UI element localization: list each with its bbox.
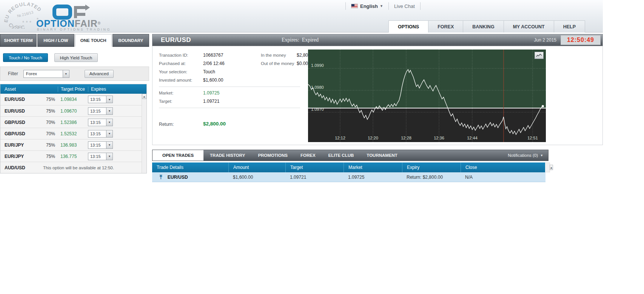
- scroll-up-icon[interactable]: ▲: [142, 94, 146, 99]
- touch-up-icon: ⤒: [160, 174, 162, 181]
- tab-open-trades[interactable]: OPEN TRADES: [153, 150, 203, 161]
- utility-bar: English ▼ Live Chat: [345, 2, 421, 11]
- option-type-tabs: SHORT TERM HIGH / LOW ONE TOUCH BOUNDARY: [0, 34, 149, 47]
- open-trades-table: Trade Details Amount Target Market Expir…: [152, 162, 545, 182]
- clock-box: 12:50:49: [561, 35, 601, 45]
- chevron-down-icon: ▼: [540, 154, 543, 157]
- svg-text:12:20: 12:20: [368, 136, 378, 140]
- tab-boundary[interactable]: BOUNDARY: [112, 34, 149, 47]
- tab-tournament[interactable]: TOURNAMENT: [360, 150, 404, 161]
- divider: [159, 108, 300, 108]
- scroll-up-icon[interactable]: ▲: [550, 165, 553, 170]
- tab-trade-history[interactable]: TRADE HISTORY: [203, 150, 251, 161]
- language-selector[interactable]: English ▼: [345, 2, 389, 10]
- open-trade-row[interactable]: ⤒EUR/USD $1,600.00 1.09721 1.09725 Retur…: [152, 172, 545, 182]
- top-header: EU REGULATED № 216/13 CySEC ★ ★ ★ ★ OPTI…: [0, 0, 603, 32]
- nav-tab-forex[interactable]: FOREX: [428, 20, 463, 32]
- nav-tab-my-account[interactable]: MY ACCOUNT: [504, 20, 554, 32]
- server-clock: 12:50:49: [567, 37, 594, 43]
- pair-title: EUR/USD: [161, 36, 191, 44]
- filter-select[interactable]: Forex ▼: [23, 70, 69, 78]
- tab-elite-club[interactable]: ELITE CLUB: [322, 150, 361, 161]
- svg-text:1.0970: 1.0970: [311, 107, 324, 111]
- price-chart-canvas: 12:1212:2012:2812:3612:4412:511.09901.09…: [308, 50, 546, 142]
- chevron-down-icon[interactable]: ▼: [106, 130, 112, 137]
- asset-row[interactable]: GBP/USD 70% 1.52532 13:15▼: [0, 128, 146, 139]
- svg-text:12:12: 12:12: [335, 136, 345, 140]
- asset-row[interactable]: EUR/USD 75% 1.09670 13:15▼: [0, 105, 146, 116]
- expiry-select[interactable]: 13:15▼: [88, 153, 113, 160]
- svg-text:№ 216/13: № 216/13: [17, 10, 34, 18]
- price-chart: 12:1212:2012:2812:3612:4412:511.09901.09…: [308, 50, 546, 142]
- chevron-down-icon[interactable]: ▼: [63, 70, 69, 77]
- line-chart-icon: [536, 53, 542, 57]
- tab-short-term[interactable]: SHORT TERM: [0, 34, 37, 47]
- tab-promotions[interactable]: PROMOTIONS: [251, 150, 294, 161]
- asset-row[interactable]: EUR/USD 75% 1.09834 13:15▼: [0, 94, 146, 105]
- svg-text:12:44: 12:44: [467, 136, 478, 140]
- svg-text:12:36: 12:36: [434, 136, 444, 140]
- trading-sidebar: SHORT TERM HIGH / LOW ONE TOUCH BOUNDARY…: [0, 34, 149, 173]
- svg-text:12:51: 12:51: [527, 136, 538, 140]
- nav-tab-banking[interactable]: BANKING: [463, 20, 504, 32]
- optionfair-logo: EU REGULATED № 216/13 CySEC ★ ★ ★ ★ OPTI…: [2, 1, 116, 32]
- trade-title-bar: EUR/USD Expires: Expired Jun 2 2015 12:5…: [152, 34, 603, 46]
- trade-detail-panel: Transaction ID: 10663767 In the money $2…: [152, 46, 603, 145]
- touch-no-touch-button[interactable]: Touch / No Touch: [3, 53, 48, 62]
- chevron-down-icon[interactable]: ▼: [106, 96, 112, 103]
- optionfair-app: EU REGULATED № 216/13 CySEC ★ ★ ★ ★ OPTI…: [0, 0, 644, 294]
- us-flag-icon: [351, 4, 358, 8]
- asset-table-body: EUR/USD 75% 1.09834 13:15▼ EUR/USD 75% 1…: [0, 94, 146, 173]
- expiry-select[interactable]: 13:15▼: [88, 107, 113, 115]
- chevron-down-icon: ▼: [380, 4, 383, 8]
- advanced-button[interactable]: Advanced: [85, 70, 114, 78]
- brand-tagline: BINARY OPTIONS TRADING: [37, 28, 111, 31]
- asset-row[interactable]: GBP/USD 70% 1.52386 13:15▼: [0, 116, 146, 128]
- svg-text:12:28: 12:28: [401, 136, 411, 140]
- bottom-tab-bar: OPEN TRADES TRADE HISTORY PROMOTIONS FOR…: [152, 150, 548, 161]
- svg-text:1.0990: 1.0990: [311, 63, 324, 68]
- chevron-down-icon[interactable]: ▼: [106, 119, 112, 126]
- nav-tab-help[interactable]: HELP: [554, 20, 585, 32]
- asset-row-unavailable: AUD/USD This option will be available at…: [0, 162, 146, 173]
- chevron-down-icon[interactable]: ▼: [106, 142, 112, 149]
- filter-panel: Filter Forex ▼ Advanced: [0, 67, 149, 81]
- notifications-dropdown[interactable]: Notifications (0) ▼: [508, 150, 548, 161]
- asset-row[interactable]: EUR/JPY 75% 136.983 13:15▼: [0, 139, 146, 150]
- expiry-select[interactable]: 13:15▼: [88, 96, 113, 103]
- svg-text:★ ★ ★: ★ ★ ★: [22, 20, 32, 23]
- expiry-select[interactable]: 13:15▼: [88, 119, 113, 126]
- tab-one-touch[interactable]: ONE TOUCH: [75, 34, 112, 47]
- asset-table: Asset Target Price Expires EUR/USD 75% 1…: [0, 84, 147, 173]
- live-chat-link[interactable]: Live Chat: [389, 2, 421, 10]
- nav-tab-options[interactable]: OPTIONS: [388, 20, 428, 32]
- trades-scrollbar[interactable]: ▲: [545, 162, 550, 172]
- divider: [159, 87, 300, 87]
- expiry-select[interactable]: 13:15▼: [88, 141, 113, 149]
- asset-table-header: Asset Target Price Expires: [0, 84, 146, 94]
- asset-table-scrollbar[interactable]: ▲: [142, 94, 146, 173]
- main-nav: OPTIONS FOREX BANKING MY ACCOUNT HELP: [388, 20, 585, 32]
- expires-status: Expires: Expired: [282, 37, 319, 43]
- expiry-select[interactable]: 13:15▼: [88, 130, 113, 138]
- chart-type-button[interactable]: [535, 52, 544, 59]
- high-yield-touch-button[interactable]: High Yield Touch: [54, 53, 98, 62]
- open-trades-header: Trade Details Amount Target Market Expir…: [152, 162, 545, 172]
- date-label: Jun 2 2015: [534, 37, 556, 43]
- asset-row[interactable]: EUR/JPY 75% 136.775 13:15▼: [0, 150, 146, 162]
- tab-high-low[interactable]: HIGH / LOW: [37, 34, 74, 47]
- of-logo-icon: [52, 5, 91, 20]
- chevron-down-icon[interactable]: ▼: [106, 108, 112, 115]
- tab-forex[interactable]: FOREX: [294, 150, 322, 161]
- chevron-down-icon[interactable]: ▼: [106, 153, 112, 160]
- touch-mode-row: Touch / No Touch High Yield Touch: [0, 47, 149, 65]
- brand-name: OPTIONFAIR®: [36, 20, 111, 27]
